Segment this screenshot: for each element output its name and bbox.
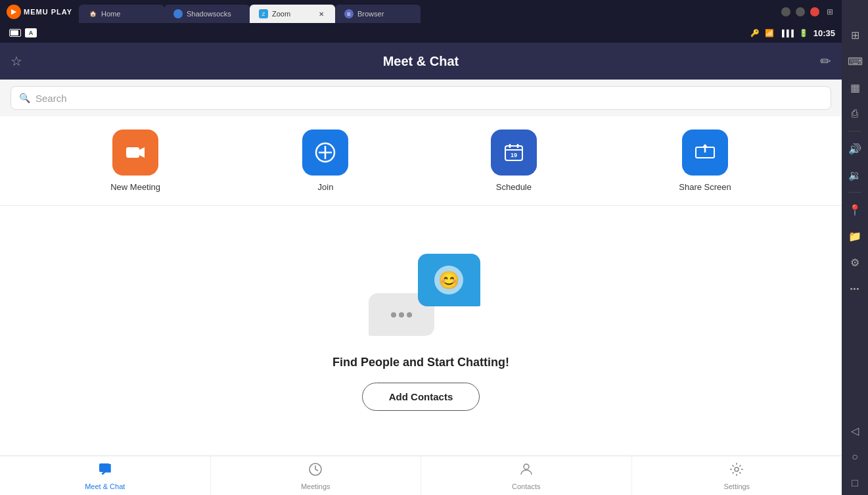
sidebar-keyboard-icon[interactable]: ⌨: [843, 49, 867, 73]
svg-marker-1: [139, 147, 145, 158]
meetings-icon: [308, 461, 323, 481]
tab-zoom-label: Zoom: [272, 10, 290, 18]
tab-shadowsocks[interactable]: Shadowsocks: [164, 5, 250, 23]
sidebar-divider-2: [848, 192, 861, 193]
sidebar-folder-icon[interactable]: 📁: [843, 224, 867, 248]
wifi-icon: 📶: [765, 29, 774, 37]
join-label: Join: [318, 182, 334, 192]
search-bar: 🔍: [11, 86, 831, 110]
edit-icon[interactable]: ✏: [820, 53, 831, 69]
svg-rect-13: [99, 463, 110, 472]
app-header: ☆ Meet & Chat ✏: [0, 43, 842, 80]
browser-favicon: B: [344, 9, 354, 18]
schedule-label: Schedule: [496, 182, 532, 192]
status-icons: 🔑 📶 ▐▐▐ 🔋 10:35: [750, 28, 835, 38]
sidebar-grid-icon[interactable]: ▦: [843, 76, 867, 99]
meet-chat-icon: [97, 461, 113, 481]
tab-home-label: Home: [101, 10, 120, 18]
sidebar-divider-1: [848, 131, 861, 131]
sidebar-screenshot-icon[interactable]: ⎙: [843, 102, 867, 126]
search-input[interactable]: [35, 93, 823, 104]
chat-illustration: 😊: [355, 250, 487, 342]
logo-text: MEMU PLAY: [24, 8, 72, 16]
signal-icon: ▐▐▐: [779, 30, 793, 37]
nav-meet-chat-label: Meet & Chat: [85, 483, 125, 490]
bottom-nav: Meet & Chat Meetings Contacts: [0, 456, 842, 495]
find-people-text: Find People and Start Chatting!: [332, 356, 509, 369]
tab-shadowsocks-label: Shadowsocks: [187, 10, 231, 18]
new-meeting-button[interactable]: New Meeting: [110, 130, 160, 192]
svg-rect-0: [126, 147, 139, 158]
keyboard-shortcut-icon: A: [25, 28, 37, 37]
join-icon: [302, 130, 348, 176]
search-container: 🔍: [0, 80, 842, 116]
right-sidebar: ⊞ ⌨ ▦ ⎙ 🔊 🔉 📍 📁 ⚙ ••• ◁ ○ □: [842, 0, 868, 495]
sidebar-back-icon[interactable]: ◁: [843, 419, 867, 442]
sidebar-home-circle-icon[interactable]: ○: [843, 445, 867, 469]
chat-dot-2: [399, 312, 404, 318]
contacts-icon: [518, 461, 534, 481]
tab-zoom[interactable]: Z Zoom ✕: [250, 5, 335, 23]
sidebar-more-icon[interactable]: •••: [843, 277, 867, 300]
zoom-favicon: Z: [259, 9, 268, 18]
tab-browser[interactable]: B Browser: [335, 5, 421, 23]
chat-dot-3: [407, 312, 412, 318]
schedule-button[interactable]: 19 Schedule: [491, 130, 537, 192]
battery-icon: 🔋: [799, 29, 808, 37]
chat-dot-1: [391, 312, 396, 318]
shadowsocks-favicon: [173, 9, 183, 18]
svg-point-17: [524, 464, 529, 469]
nav-contacts[interactable]: Contacts: [421, 456, 632, 495]
restore-button[interactable]: □: [796, 7, 805, 16]
white-square-icon: [9, 29, 21, 37]
search-icon: 🔍: [19, 93, 30, 103]
nav-meetings-label: Meetings: [301, 483, 331, 490]
nav-meet-chat[interactable]: Meet & Chat: [0, 456, 211, 495]
svg-point-18: [735, 467, 739, 471]
share-screen-label: Share Screen: [679, 182, 731, 192]
new-meeting-icon: [112, 130, 158, 176]
key-icon: 🔑: [750, 29, 760, 37]
window-controls: ─ □ ✕ ⊞: [775, 7, 842, 17]
app-container: A 🔑 📶 ▐▐▐ 🔋 10:35 ☆ Meet & Chat ✏ 🔍: [0, 23, 842, 495]
actions-row: New Meeting Join 19: [0, 116, 842, 206]
join-button[interactable]: Join: [302, 130, 348, 192]
sidebar-location-icon[interactable]: 📍: [843, 198, 867, 222]
schedule-icon: 19: [491, 130, 537, 176]
share-screen-icon: [682, 130, 728, 176]
home-favicon: 🏠: [88, 9, 97, 18]
sidebar-volume-up-icon[interactable]: 🔊: [843, 137, 867, 160]
nav-settings-label: Settings: [723, 483, 750, 490]
svg-marker-12: [702, 144, 708, 148]
tab-browser-label: Browser: [357, 10, 384, 18]
svg-text:19: 19: [511, 152, 517, 158]
svg-line-16: [315, 469, 318, 471]
logo-icon: ▶: [7, 5, 21, 19]
tab-close-zoom[interactable]: ✕: [317, 9, 326, 18]
sidebar-volume-down-icon[interactable]: 🔉: [843, 163, 867, 187]
sidebar-settings-icon[interactable]: ⚙: [843, 250, 867, 274]
new-meeting-label: New Meeting: [110, 182, 160, 192]
smiley-icon: 😊: [434, 266, 463, 295]
app-title: Meet & Chat: [383, 54, 459, 69]
share-screen-button[interactable]: Share Screen: [679, 130, 731, 192]
tab-home[interactable]: 🏠 Home: [79, 5, 164, 23]
sidebar-expand-icon[interactable]: ⊞: [843, 23, 867, 47]
content-area: 😊 Find People and Start Chatting! Add Co…: [0, 206, 842, 456]
chat-bubble-blue: 😊: [418, 254, 480, 306]
app-logo: ▶ MEMU PLAY: [0, 5, 79, 19]
clock: 10:35: [813, 28, 835, 38]
minimize-button[interactable]: ─: [781, 7, 790, 16]
add-contacts-button[interactable]: Add Contacts: [362, 383, 480, 411]
expand-button[interactable]: ⊞: [825, 7, 835, 17]
close-button[interactable]: ✕: [810, 7, 819, 16]
settings-icon: [729, 461, 744, 481]
sidebar-square-icon[interactable]: □: [843, 471, 867, 495]
status-bar: A 🔑 📶 ▐▐▐ 🔋 10:35: [0, 23, 842, 43]
nav-contacts-label: Contacts: [512, 483, 540, 490]
favorite-icon[interactable]: ☆: [11, 53, 22, 69]
tab-bar: 🏠 Home Shadowsocks Z Zoom ✕ B Browser: [79, 0, 421, 23]
title-bar: ▶ MEMU PLAY 🏠 Home Shadowsocks Z Zoom ✕ …: [0, 0, 842, 23]
nav-meetings[interactable]: Meetings: [211, 456, 422, 495]
nav-settings[interactable]: Settings: [632, 456, 842, 495]
